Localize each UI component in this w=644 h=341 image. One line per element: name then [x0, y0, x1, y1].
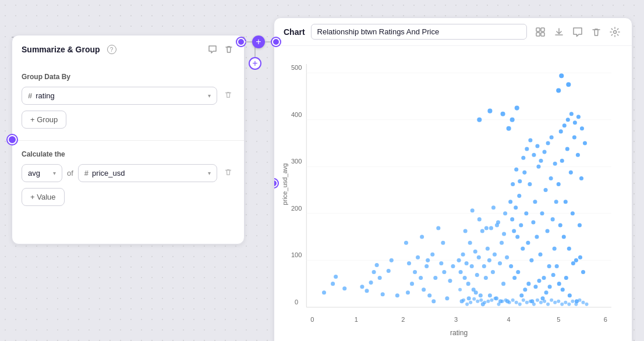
svg-point-170	[565, 147, 569, 151]
header-actions	[207, 44, 235, 55]
svg-point-179	[581, 270, 585, 274]
svg-point-190	[573, 120, 577, 125]
svg-text:3: 3	[454, 316, 458, 323]
svg-point-49	[427, 293, 431, 297]
svg-point-149	[535, 144, 539, 148]
svg-point-134	[509, 264, 513, 268]
settings-button[interactable]	[607, 24, 622, 40]
group-field-select[interactable]: # rating ▾	[22, 87, 217, 105]
svg-point-110	[514, 205, 518, 209]
delete-card-button[interactable]	[223, 44, 235, 55]
svg-point-31	[360, 285, 364, 289]
chart-card: Chart	[274, 17, 632, 341]
svg-point-41	[404, 241, 408, 245]
svg-point-183	[561, 287, 565, 292]
svg-point-127	[544, 188, 548, 192]
svg-point-130	[549, 176, 553, 180]
svg-point-210	[501, 300, 504, 303]
svg-point-83	[493, 253, 497, 257]
add-node-button[interactable]: +	[252, 35, 265, 48]
svg-point-230	[571, 300, 574, 303]
grid-view-button[interactable]	[533, 24, 548, 40]
svg-point-94	[470, 208, 475, 212]
svg-point-174	[572, 135, 576, 139]
svg-point-176	[576, 153, 580, 157]
agg-function-select[interactable]: avg ▾	[22, 164, 62, 182]
svg-point-229	[567, 303, 571, 306]
svg-point-156	[548, 285, 552, 289]
svg-point-37	[390, 258, 394, 262]
add-value-button[interactable]: + Value	[22, 188, 65, 206]
svg-point-158	[551, 273, 555, 277]
svg-point-106	[487, 109, 492, 113]
svg-point-213	[511, 299, 515, 302]
svg-point-56	[448, 279, 452, 283]
svg-point-234	[585, 303, 589, 306]
svg-point-72	[473, 250, 477, 254]
comment-button[interactable]	[207, 44, 218, 55]
group-field-row: # rating ▾	[22, 87, 235, 105]
svg-point-29	[342, 286, 346, 290]
svg-point-108	[510, 217, 514, 221]
svg-text:6: 6	[604, 316, 607, 323]
svg-point-129	[547, 264, 551, 268]
svg-point-206	[486, 300, 490, 303]
svg-point-122	[535, 235, 539, 239]
chart-body: 500 400 300 200 100 0 price_usd_avg 0 1 …	[274, 46, 632, 341]
h-line3	[265, 41, 272, 42]
svg-point-109	[512, 229, 516, 233]
delete-calc-button[interactable]	[222, 166, 235, 180]
svg-rect-0	[536, 28, 540, 31]
svg-point-76	[480, 229, 484, 233]
help-icon[interactable]: ?	[107, 45, 116, 54]
svg-point-219	[532, 303, 536, 306]
svg-point-141	[521, 156, 525, 160]
download-icon	[554, 27, 564, 37]
svg-point-180	[583, 141, 587, 145]
svg-point-92	[463, 229, 468, 233]
download-button[interactable]	[551, 24, 567, 40]
delete-chart-button[interactable]	[589, 24, 604, 40]
svg-point-82	[491, 270, 495, 274]
svg-point-155	[546, 141, 550, 145]
svg-point-178	[579, 176, 583, 180]
chart-header-actions	[533, 24, 622, 40]
delete-group-button[interactable]	[222, 88, 235, 103]
trash-icon-group	[224, 91, 232, 99]
calc-field-select[interactable]: # price_usd ▾	[78, 164, 217, 182]
svg-point-98	[484, 226, 489, 230]
group-field-text: rating	[36, 91, 204, 100]
svg-point-214	[515, 301, 518, 304]
svg-point-117	[526, 241, 530, 245]
add-vertical-button[interactable]: +	[249, 57, 261, 70]
chevron-down-icon-group: ▾	[208, 93, 211, 99]
svg-point-87	[500, 241, 504, 245]
svg-point-60	[441, 241, 445, 245]
svg-point-100	[491, 205, 496, 209]
svg-point-208	[493, 297, 497, 300]
svg-point-55	[445, 296, 449, 300]
svg-point-167	[560, 159, 564, 163]
vertical-connector: +	[249, 45, 261, 70]
svg-point-193	[578, 255, 582, 260]
comment-chart-button[interactable]	[570, 24, 585, 40]
chart-title-input[interactable]	[311, 24, 527, 40]
svg-point-90	[505, 255, 509, 260]
svg-point-86	[498, 261, 502, 265]
svg-point-131	[551, 217, 555, 221]
svg-point-34	[372, 270, 376, 274]
chart-header: Chart	[274, 18, 632, 46]
svg-point-232	[578, 299, 581, 302]
svg-point-218	[529, 300, 532, 303]
svg-point-77	[482, 264, 486, 268]
svg-point-133	[554, 200, 558, 204]
svg-point-78	[484, 276, 488, 280]
svg-rect-1	[541, 28, 544, 31]
svg-point-200	[465, 303, 469, 306]
svg-point-48	[424, 264, 429, 268]
svg-point-137	[514, 168, 518, 172]
svg-point-203	[476, 300, 479, 303]
add-group-button[interactable]: + Group	[22, 111, 66, 129]
svg-point-119	[529, 258, 533, 262]
hash-icon-group: #	[28, 91, 32, 100]
